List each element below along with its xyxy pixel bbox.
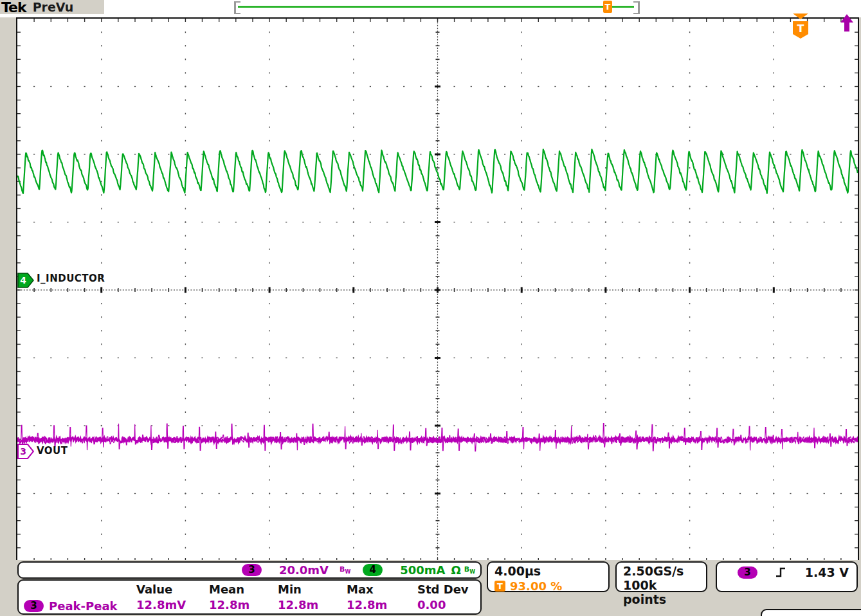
meas-max: 12.8m [347, 598, 417, 613]
trigger-slope-rising-icon [775, 566, 786, 578]
trigger-readout[interactable]: 3 1.43 V [716, 561, 858, 592]
meas-header-value: Value [136, 583, 209, 598]
acquisition-readout[interactable]: 2.50GS/s 100k points [615, 561, 707, 592]
meas-header-max: Max [347, 583, 417, 598]
record-length: 100k points [623, 578, 700, 606]
ch3-reference-marker[interactable]: 3 [17, 444, 34, 459]
ch4-reference-marker[interactable]: 4 [17, 273, 34, 288]
trigger-level-value: 1.43 V [805, 565, 849, 579]
bottom-readout-bar: 3 20.0mV BW 4 500mA Ω BW Value Mean Min … [0, 560, 861, 616]
horizontal-readout[interactable]: 4.00µs T 93.00 % [487, 561, 610, 592]
record-view-trigger-marker-icon[interactable]: T [603, 1, 612, 13]
ch3-label: VOUT [37, 445, 68, 457]
trigger-position-flag-icon[interactable]: T [788, 14, 813, 39]
meas-mean: 12.8m [209, 598, 278, 613]
svg-text:4: 4 [20, 275, 26, 285]
ch4-badge[interactable]: 4 [363, 564, 383, 576]
record-view-waveform-bar [238, 6, 634, 8]
ch3-bandwidth-icon: BW [340, 565, 350, 575]
meas-min: 12.8m [278, 598, 347, 613]
tek-logo: Tek [1, 0, 26, 15]
sample-rate: 2.50GS/s [623, 564, 700, 578]
svg-text:3: 3 [20, 446, 26, 457]
ch4-bandwidth-icon: BW [464, 565, 475, 575]
meas-header-stddev: Std Dev [417, 583, 475, 598]
meas-row-source: 3 Peak-Peak [24, 598, 136, 613]
measurement-table: Value Mean Min Max Std Dev 3 Peak-Peak 1… [17, 579, 482, 615]
svg-text:T: T [797, 23, 804, 35]
trigger-source-badge: 3 [738, 566, 757, 579]
channel-scale-readouts[interactable]: 3 20.0mV BW 4 500mA Ω BW [17, 561, 482, 579]
waveform-traces [17, 19, 858, 561]
logo-area: Tek PreVu [0, 0, 104, 14]
meas-value: 12.8mV [136, 598, 209, 613]
meas-name: Peak-Peak [49, 599, 118, 613]
trigger-level-offscreen-arrow-icon[interactable] [839, 14, 855, 33]
meas-header-mean: Mean [209, 583, 278, 598]
record-view-right-bracket [633, 1, 640, 14]
trigger-position-value: 93.00 % [510, 579, 562, 593]
acquisition-status: PreVu [33, 0, 74, 14]
ch4-coupling-symbol: Ω [451, 563, 460, 577]
top-status-bar: Tek PreVu T [0, 0, 861, 17]
meas-ch3-badge: 3 [24, 600, 44, 612]
bottom-right-partial-box [761, 609, 861, 616]
timebase-value: 4.00µs [494, 564, 602, 578]
ch4-scale: 500mA [400, 563, 445, 577]
trigger-position-icon: T [494, 581, 505, 592]
meas-header-min: Min [278, 583, 347, 598]
ch4-label: I_INDUCTOR [37, 273, 105, 284]
record-view-left-bracket [234, 1, 240, 14]
ch3-scale: 20.0mV [279, 563, 329, 577]
ch3-badge[interactable]: 3 [242, 564, 262, 576]
oscilloscope-screen: Tek PreVu T 4 I_INDUCTOR 3 VOUT T [0, 0, 861, 616]
graticule: 4 I_INDUCTOR 3 VOUT T [16, 17, 859, 563]
meas-stddev: 0.00 [417, 598, 475, 613]
